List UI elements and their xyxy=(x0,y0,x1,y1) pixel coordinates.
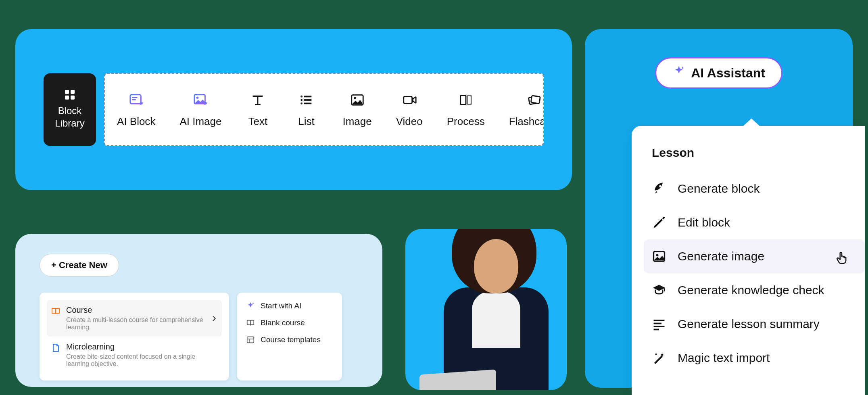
image-icon xyxy=(349,92,365,108)
cursor-pointer-icon xyxy=(835,252,849,265)
svg-rect-14 xyxy=(460,95,465,104)
process-icon xyxy=(458,92,474,108)
sub-option-templates[interactable]: Course templates xyxy=(246,335,333,344)
file-icon xyxy=(51,343,61,353)
magic-wand-icon xyxy=(652,351,666,365)
menu-item-knowledge-check[interactable]: Generate knowledge check xyxy=(644,273,865,307)
svg-rect-10 xyxy=(304,102,312,104)
toolbar-item-list[interactable]: List xyxy=(282,74,330,145)
sub-option-label: Start with AI xyxy=(261,301,301,310)
svg-point-4 xyxy=(196,96,199,99)
create-options-card: Course Create a multi-lesson course for … xyxy=(40,293,229,380)
menu-item-edit-block[interactable]: Edit block xyxy=(644,206,865,239)
toolbar-item-video[interactable]: Video xyxy=(384,74,435,145)
block-toolbar: AI Block AI Image Text List Image xyxy=(104,73,544,146)
menu-item-magic-text-import[interactable]: Magic text import xyxy=(644,341,865,375)
persona-photo-card xyxy=(405,229,567,390)
toolbar-item-label: Flashcards xyxy=(509,115,544,128)
toolbar-item-label: AI Block xyxy=(117,115,155,128)
sparkle-icon xyxy=(672,65,685,81)
persona-illustration xyxy=(415,229,565,390)
ai-menu-heading: Lesson xyxy=(652,146,865,160)
svg-rect-15 xyxy=(467,95,471,104)
ai-assistant-pill[interactable]: AI Assistant xyxy=(655,57,782,89)
sparkle-icon xyxy=(246,301,255,310)
menu-item-generate-block[interactable]: Generate block xyxy=(644,172,865,206)
svg-rect-1 xyxy=(132,97,137,98)
svg-point-5 xyxy=(301,96,303,98)
svg-point-9 xyxy=(301,102,303,104)
svg-rect-8 xyxy=(304,99,312,101)
menu-item-label: Magic text import xyxy=(678,351,770,365)
book-icon xyxy=(246,318,255,327)
create-option-microlearning[interactable]: Microlearning Create bite-sized content … xyxy=(47,337,222,373)
menu-item-label: Generate lesson summary xyxy=(678,317,820,331)
toolbar-item-text[interactable]: Text xyxy=(234,74,282,145)
menu-item-label: Generate image xyxy=(678,249,764,263)
option-desc: Create a multi-lesson course for compreh… xyxy=(66,316,218,331)
svg-point-21 xyxy=(252,303,254,304)
sub-option-start-ai[interactable]: Start with AI xyxy=(246,301,333,310)
ai-image-icon xyxy=(192,92,209,108)
toolbar-item-label: Video xyxy=(396,115,423,128)
menu-item-label: Generate knowledge check xyxy=(678,283,824,297)
sub-option-blank[interactable]: Blank course xyxy=(246,318,333,327)
svg-point-33 xyxy=(655,353,657,355)
block-library-panel: Block Library AI Block AI Image Text Lis… xyxy=(15,29,572,190)
pencil-icon xyxy=(652,215,666,230)
svg-point-7 xyxy=(301,99,303,101)
menu-item-generate-image[interactable]: Generate image xyxy=(644,239,865,273)
toolbar-item-label: List xyxy=(298,115,314,128)
toolbar-item-label: AI Image xyxy=(179,115,221,128)
summary-lines-icon xyxy=(652,317,666,331)
svg-point-27 xyxy=(656,254,659,256)
create-new-button[interactable]: + Create New xyxy=(40,254,119,276)
layout-icon xyxy=(246,335,255,344)
ai-assistant-menu: Lesson Generate block Edit block Generat… xyxy=(632,126,865,395)
flashcards-icon xyxy=(526,92,542,108)
sub-option-label: Course templates xyxy=(261,335,321,344)
book-open-icon xyxy=(51,306,61,316)
ai-block-icon xyxy=(128,92,144,108)
text-icon xyxy=(250,92,266,108)
rocket-icon xyxy=(652,181,666,196)
create-new-panel: + Create New Course Create a multi-lesso… xyxy=(15,234,382,387)
svg-point-25 xyxy=(659,185,661,187)
svg-rect-13 xyxy=(403,96,412,103)
create-sub-options-card: Start with AI Blank course Course templa… xyxy=(237,293,342,380)
create-option-course[interactable]: Course Create a multi-lesson course for … xyxy=(47,300,222,337)
block-library-label: Block Library xyxy=(44,104,96,129)
toolbar-item-process[interactable]: Process xyxy=(435,74,497,145)
toolbar-item-flashcards[interactable]: Flashcards xyxy=(497,74,544,145)
menu-item-lesson-summary[interactable]: Generate lesson summary xyxy=(644,307,865,341)
toolbar-item-ai-block[interactable]: AI Block xyxy=(105,74,167,145)
svg-point-12 xyxy=(354,97,356,99)
menu-item-label: Edit block xyxy=(678,216,730,229)
option-title: Microlearning xyxy=(66,342,218,351)
toolbar-item-label: Process xyxy=(447,115,485,128)
toolbar-item-ai-image[interactable]: AI Image xyxy=(167,74,234,145)
ai-pill-label: AI Assistant xyxy=(691,66,765,81)
list-icon xyxy=(298,92,314,108)
menu-item-label: Generate block xyxy=(678,182,760,195)
svg-rect-6 xyxy=(304,96,312,97)
svg-rect-22 xyxy=(247,337,254,343)
option-desc: Create bite-sized content focused on a s… xyxy=(66,353,218,368)
grid-icon xyxy=(65,90,75,100)
option-title: Course xyxy=(66,306,218,315)
video-icon xyxy=(401,92,417,108)
svg-rect-17 xyxy=(531,96,540,104)
block-library-button[interactable]: Block Library xyxy=(44,73,96,146)
toolbar-item-image[interactable]: Image xyxy=(330,74,384,145)
toolbar-item-label: Text xyxy=(248,115,268,128)
svg-rect-2 xyxy=(132,99,136,100)
sub-option-label: Blank course xyxy=(261,318,305,327)
ai-assistant-panel: AI Assistant Lesson Generate block Edit … xyxy=(585,29,853,388)
toolbar-item-label: Image xyxy=(342,115,371,128)
svg-rect-0 xyxy=(130,94,141,104)
image-icon xyxy=(652,249,666,264)
graduation-cap-icon xyxy=(652,283,666,297)
